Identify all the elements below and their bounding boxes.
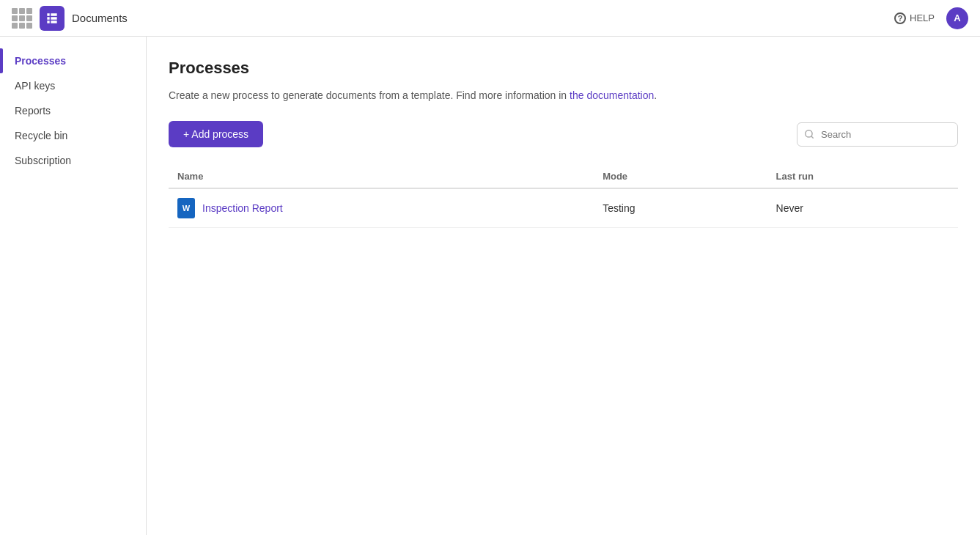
grid-menu-icon[interactable]: [12, 8, 32, 29]
help-label: HELP: [910, 12, 935, 23]
search-icon: [804, 129, 814, 139]
documentation-link[interactable]: the documentation: [570, 89, 654, 101]
avatar-letter: A: [954, 12, 960, 23]
avatar[interactable]: A: [946, 7, 968, 29]
sidebar: Processes API keys Reports Recycle bin S…: [0, 37, 147, 535]
cell-mode: Testing: [594, 188, 767, 228]
page-title: Processes: [169, 59, 958, 78]
col-mode: Mode: [594, 165, 767, 188]
sidebar-item-recycle-bin[interactable]: Recycle bin: [0, 123, 146, 148]
sidebar-label-recycle-bin: Recycle bin: [15, 130, 67, 141]
name-cell: W Inspection Report: [177, 198, 585, 218]
sidebar-label-api-keys: API keys: [15, 80, 55, 92]
process-name[interactable]: Inspection Report: [202, 202, 283, 214]
description-text: Create a new process to generate documen…: [169, 89, 570, 101]
app-title: Documents: [72, 12, 128, 24]
table-body: W Inspection Report Testing Never: [169, 188, 958, 228]
sidebar-item-subscription[interactable]: Subscription: [0, 148, 146, 173]
col-last-run: Last run: [767, 165, 958, 188]
word-icon: W: [177, 198, 195, 218]
add-process-label: + Add process: [183, 128, 248, 140]
sidebar-label-processes: Processes: [15, 55, 66, 67]
sidebar-label-reports: Reports: [15, 105, 51, 117]
topbar-left: Documents: [12, 6, 128, 31]
topbar: Documents ? HELP A: [0, 0, 980, 37]
search-wrap: [797, 122, 958, 147]
toolbar: + Add process: [169, 121, 958, 147]
layout: Processes API keys Reports Recycle bin S…: [0, 37, 980, 535]
help-icon: ?: [894, 12, 906, 24]
cell-name: W Inspection Report: [169, 188, 594, 228]
cell-last-run: Never: [767, 188, 958, 228]
description-end: .: [654, 89, 657, 101]
table-row[interactable]: W Inspection Report Testing Never: [169, 188, 958, 228]
sidebar-item-reports[interactable]: Reports: [0, 98, 146, 123]
table-header: Name Mode Last run: [169, 165, 958, 188]
description: Create a new process to generate documen…: [169, 88, 958, 103]
add-process-button[interactable]: + Add process: [169, 121, 263, 147]
main-content: Processes Create a new process to genera…: [147, 37, 980, 535]
col-name: Name: [169, 165, 594, 188]
sidebar-item-processes[interactable]: Processes: [0, 48, 146, 73]
sidebar-label-subscription: Subscription: [15, 155, 71, 166]
processes-table: Name Mode Last run W Inspection Report: [169, 165, 958, 228]
search-input[interactable]: [797, 122, 958, 147]
topbar-right: ? HELP A: [894, 7, 968, 29]
svg-line-1: [811, 136, 814, 139]
sidebar-item-api-keys[interactable]: API keys: [0, 73, 146, 98]
app-icon: [40, 6, 65, 31]
help-link[interactable]: ? HELP: [894, 12, 935, 24]
